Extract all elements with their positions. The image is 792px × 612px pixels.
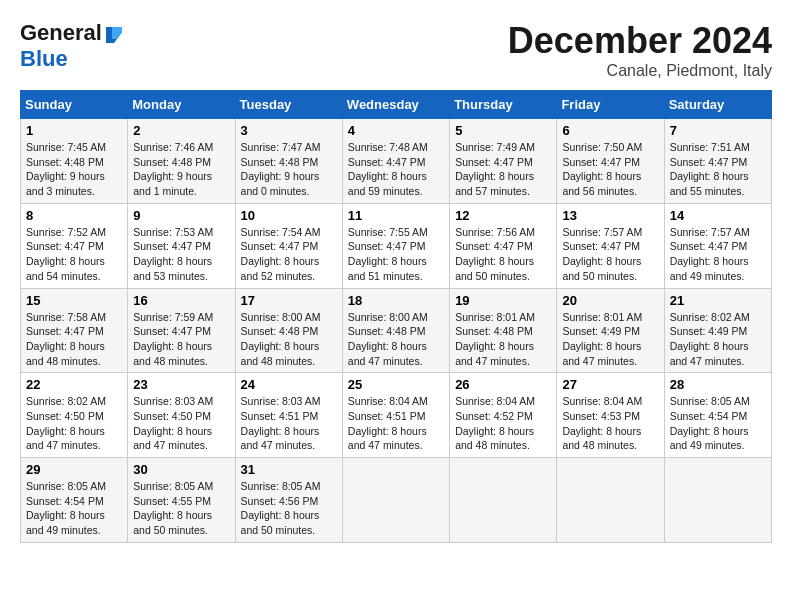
- cell-info: Sunrise: 7:57 AMSunset: 4:47 PMDaylight:…: [562, 225, 658, 284]
- calendar-cell: 4Sunrise: 7:48 AMSunset: 4:47 PMDaylight…: [342, 119, 449, 204]
- calendar-week-row: 22Sunrise: 8:02 AMSunset: 4:50 PMDayligh…: [21, 373, 772, 458]
- calendar-cell: 16Sunrise: 7:59 AMSunset: 4:47 PMDayligh…: [128, 288, 235, 373]
- day-number: 24: [241, 377, 337, 392]
- day-number: 5: [455, 123, 551, 138]
- calendar-table: SundayMondayTuesdayWednesdayThursdayFrid…: [20, 90, 772, 543]
- calendar-cell: 24Sunrise: 8:03 AMSunset: 4:51 PMDayligh…: [235, 373, 342, 458]
- calendar-cell: 22Sunrise: 8:02 AMSunset: 4:50 PMDayligh…: [21, 373, 128, 458]
- calendar-header-row: SundayMondayTuesdayWednesdayThursdayFrid…: [21, 91, 772, 119]
- day-number: 10: [241, 208, 337, 223]
- cell-info: Sunrise: 8:02 AMSunset: 4:50 PMDaylight:…: [26, 394, 122, 453]
- col-header-thursday: Thursday: [450, 91, 557, 119]
- calendar-cell: 25Sunrise: 8:04 AMSunset: 4:51 PMDayligh…: [342, 373, 449, 458]
- day-number: 8: [26, 208, 122, 223]
- day-number: 11: [348, 208, 444, 223]
- location: Canale, Piedmont, Italy: [508, 62, 772, 80]
- col-header-monday: Monday: [128, 91, 235, 119]
- cell-info: Sunrise: 7:54 AMSunset: 4:47 PMDaylight:…: [241, 225, 337, 284]
- cell-info: Sunrise: 7:46 AMSunset: 4:48 PMDaylight:…: [133, 140, 229, 199]
- cell-info: Sunrise: 7:55 AMSunset: 4:47 PMDaylight:…: [348, 225, 444, 284]
- calendar-cell: 6Sunrise: 7:50 AMSunset: 4:47 PMDaylight…: [557, 119, 664, 204]
- day-number: 28: [670, 377, 766, 392]
- day-number: 14: [670, 208, 766, 223]
- calendar-cell: 23Sunrise: 8:03 AMSunset: 4:50 PMDayligh…: [128, 373, 235, 458]
- day-number: 3: [241, 123, 337, 138]
- calendar-cell: 2Sunrise: 7:46 AMSunset: 4:48 PMDaylight…: [128, 119, 235, 204]
- calendar-cell: 28Sunrise: 8:05 AMSunset: 4:54 PMDayligh…: [664, 373, 771, 458]
- calendar-cell: 13Sunrise: 7:57 AMSunset: 4:47 PMDayligh…: [557, 203, 664, 288]
- logo-text-blue: Blue: [20, 46, 68, 71]
- calendar-cell: 11Sunrise: 7:55 AMSunset: 4:47 PMDayligh…: [342, 203, 449, 288]
- day-number: 29: [26, 462, 122, 477]
- day-number: 31: [241, 462, 337, 477]
- calendar-cell: 10Sunrise: 7:54 AMSunset: 4:47 PMDayligh…: [235, 203, 342, 288]
- day-number: 19: [455, 293, 551, 308]
- cell-info: Sunrise: 7:48 AMSunset: 4:47 PMDaylight:…: [348, 140, 444, 199]
- calendar-cell: 17Sunrise: 8:00 AMSunset: 4:48 PMDayligh…: [235, 288, 342, 373]
- cell-info: Sunrise: 7:58 AMSunset: 4:47 PMDaylight:…: [26, 310, 122, 369]
- col-header-wednesday: Wednesday: [342, 91, 449, 119]
- day-number: 25: [348, 377, 444, 392]
- cell-info: Sunrise: 7:50 AMSunset: 4:47 PMDaylight:…: [562, 140, 658, 199]
- col-header-friday: Friday: [557, 91, 664, 119]
- day-number: 30: [133, 462, 229, 477]
- day-number: 12: [455, 208, 551, 223]
- calendar-cell: 9Sunrise: 7:53 AMSunset: 4:47 PMDaylight…: [128, 203, 235, 288]
- calendar-cell: 27Sunrise: 8:04 AMSunset: 4:53 PMDayligh…: [557, 373, 664, 458]
- cell-info: Sunrise: 8:03 AMSunset: 4:51 PMDaylight:…: [241, 394, 337, 453]
- calendar-cell: 31Sunrise: 8:05 AMSunset: 4:56 PMDayligh…: [235, 458, 342, 543]
- calendar-cell: [450, 458, 557, 543]
- calendar-cell: 7Sunrise: 7:51 AMSunset: 4:47 PMDaylight…: [664, 119, 771, 204]
- calendar-cell: 20Sunrise: 8:01 AMSunset: 4:49 PMDayligh…: [557, 288, 664, 373]
- month-title: December 2024: [508, 20, 772, 62]
- calendar-cell: 14Sunrise: 7:57 AMSunset: 4:47 PMDayligh…: [664, 203, 771, 288]
- day-number: 15: [26, 293, 122, 308]
- calendar-week-row: 29Sunrise: 8:05 AMSunset: 4:54 PMDayligh…: [21, 458, 772, 543]
- cell-info: Sunrise: 8:05 AMSunset: 4:55 PMDaylight:…: [133, 479, 229, 538]
- col-header-tuesday: Tuesday: [235, 91, 342, 119]
- cell-info: Sunrise: 7:52 AMSunset: 4:47 PMDaylight:…: [26, 225, 122, 284]
- cell-info: Sunrise: 8:02 AMSunset: 4:49 PMDaylight:…: [670, 310, 766, 369]
- day-number: 6: [562, 123, 658, 138]
- day-number: 2: [133, 123, 229, 138]
- cell-info: Sunrise: 7:47 AMSunset: 4:48 PMDaylight:…: [241, 140, 337, 199]
- calendar-cell: 3Sunrise: 7:47 AMSunset: 4:48 PMDaylight…: [235, 119, 342, 204]
- day-number: 26: [455, 377, 551, 392]
- cell-info: Sunrise: 8:00 AMSunset: 4:48 PMDaylight:…: [348, 310, 444, 369]
- day-number: 17: [241, 293, 337, 308]
- calendar-cell: [557, 458, 664, 543]
- cell-info: Sunrise: 8:05 AMSunset: 4:56 PMDaylight:…: [241, 479, 337, 538]
- day-number: 4: [348, 123, 444, 138]
- calendar-cell: 5Sunrise: 7:49 AMSunset: 4:47 PMDaylight…: [450, 119, 557, 204]
- calendar-cell: [342, 458, 449, 543]
- cell-info: Sunrise: 8:03 AMSunset: 4:50 PMDaylight:…: [133, 394, 229, 453]
- logo-bird-icon: [104, 25, 122, 43]
- calendar-cell: 19Sunrise: 8:01 AMSunset: 4:48 PMDayligh…: [450, 288, 557, 373]
- cell-info: Sunrise: 8:04 AMSunset: 4:53 PMDaylight:…: [562, 394, 658, 453]
- day-number: 16: [133, 293, 229, 308]
- day-number: 27: [562, 377, 658, 392]
- cell-info: Sunrise: 7:51 AMSunset: 4:47 PMDaylight:…: [670, 140, 766, 199]
- cell-info: Sunrise: 8:05 AMSunset: 4:54 PMDaylight:…: [26, 479, 122, 538]
- cell-info: Sunrise: 7:56 AMSunset: 4:47 PMDaylight:…: [455, 225, 551, 284]
- day-number: 9: [133, 208, 229, 223]
- calendar-week-row: 1Sunrise: 7:45 AMSunset: 4:48 PMDaylight…: [21, 119, 772, 204]
- calendar-cell: 12Sunrise: 7:56 AMSunset: 4:47 PMDayligh…: [450, 203, 557, 288]
- logo: General Blue: [20, 20, 122, 72]
- cell-info: Sunrise: 8:01 AMSunset: 4:48 PMDaylight:…: [455, 310, 551, 369]
- calendar-week-row: 8Sunrise: 7:52 AMSunset: 4:47 PMDaylight…: [21, 203, 772, 288]
- calendar-cell: 26Sunrise: 8:04 AMSunset: 4:52 PMDayligh…: [450, 373, 557, 458]
- cell-info: Sunrise: 7:59 AMSunset: 4:47 PMDaylight:…: [133, 310, 229, 369]
- col-header-sunday: Sunday: [21, 91, 128, 119]
- calendar-cell: [664, 458, 771, 543]
- day-number: 7: [670, 123, 766, 138]
- cell-info: Sunrise: 7:57 AMSunset: 4:47 PMDaylight:…: [670, 225, 766, 284]
- day-number: 22: [26, 377, 122, 392]
- calendar-cell: 18Sunrise: 8:00 AMSunset: 4:48 PMDayligh…: [342, 288, 449, 373]
- cell-info: Sunrise: 8:00 AMSunset: 4:48 PMDaylight:…: [241, 310, 337, 369]
- day-number: 23: [133, 377, 229, 392]
- calendar-week-row: 15Sunrise: 7:58 AMSunset: 4:47 PMDayligh…: [21, 288, 772, 373]
- title-block: December 2024 Canale, Piedmont, Italy: [508, 20, 772, 80]
- calendar-cell: 1Sunrise: 7:45 AMSunset: 4:48 PMDaylight…: [21, 119, 128, 204]
- calendar-cell: 30Sunrise: 8:05 AMSunset: 4:55 PMDayligh…: [128, 458, 235, 543]
